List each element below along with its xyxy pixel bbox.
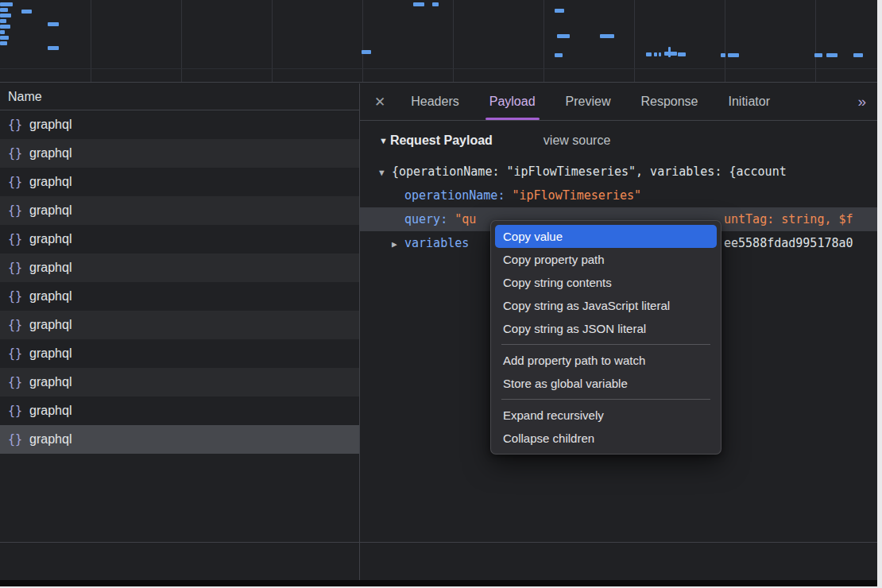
request-name: graphql [29, 404, 72, 418]
request-name: graphql [29, 261, 72, 275]
json-braces-icon: {} [8, 118, 22, 132]
variables-preview-right: ee5588fdad995178a0 [724, 231, 853, 255]
menu-item-copy-property-path[interactable]: Copy property path [495, 248, 717, 271]
request-list-panel: Name {}graphql{}graphql{}graphql{}graphq… [0, 83, 360, 580]
menu-item-copy-value[interactable]: Copy value [495, 225, 717, 248]
network-request-row[interactable]: {}graphql [0, 368, 359, 397]
timeline-request-bar [728, 53, 739, 57]
json-braces-icon: {} [8, 404, 22, 418]
timeline-gridline [453, 0, 454, 82]
menu-item-copy-string-as-json-literal[interactable]: Copy string as JSON literal [495, 317, 717, 340]
expander-icon[interactable]: ▼ [379, 161, 392, 185]
context-menu: Copy valueCopy property pathCopy string … [490, 220, 721, 455]
request-payload-section-header[interactable]: ▼ Request Payload view source [360, 121, 877, 160]
timeline-request-bar [48, 46, 59, 50]
timeline-request-bar [0, 19, 6, 23]
timeline-request-bar [413, 2, 424, 6]
json-braces-icon: {} [8, 432, 22, 447]
network-request-row[interactable]: {}graphql [0, 397, 359, 425]
menu-item-copy-string-as-javascript-literal[interactable]: Copy string as JavaScript literal [495, 294, 717, 317]
timeline-request-bar [668, 47, 671, 57]
network-request-row[interactable]: {}graphql [0, 282, 359, 311]
json-braces-icon: {} [8, 146, 22, 161]
timeline-request-bar [721, 53, 725, 57]
timeline-request-bar [362, 50, 371, 54]
tab-payload[interactable]: Payload [474, 83, 551, 120]
payload-operationname-row[interactable]: operationName: "ipFlowTimeseries" [360, 184, 877, 207]
menu-item-add-property-path-to-watch[interactable]: Add property path to watch [495, 349, 717, 372]
request-name: graphql [29, 375, 72, 389]
tab-preview[interactable]: Preview [551, 83, 626, 120]
timeline-gridline [272, 0, 273, 82]
request-name: graphql [29, 203, 72, 218]
timeline-request-bar [0, 2, 13, 6]
name-column-label: Name [8, 90, 42, 104]
timeline-gridline [544, 0, 544, 82]
property-key: variables [404, 236, 469, 250]
timeline-request-bar [0, 25, 10, 29]
devtools-window: Name {}graphql{}graphql{}graphql{}graphq… [0, 0, 877, 586]
json-braces-icon: {} [8, 375, 22, 389]
timeline-request-bar [432, 2, 439, 6]
expander-icon[interactable]: ▶ [392, 233, 404, 257]
root-preview-text: {operationName: "ipFlowTimeseries", vari… [392, 164, 787, 179]
timeline-request-bar [654, 52, 657, 56]
timeline-gridline [91, 0, 91, 82]
timeline-horizontal-gridline [0, 68, 877, 69]
menu-item-copy-string-contents[interactable]: Copy string contents [495, 271, 717, 294]
network-request-row[interactable]: {}graphql [0, 311, 359, 339]
menu-separator [501, 344, 710, 345]
property-key: operationName: [404, 188, 505, 203]
json-braces-icon: {} [8, 318, 22, 332]
timeline-gridline [362, 0, 363, 82]
menu-item-collapse-children[interactable]: Collapse children [495, 427, 717, 450]
more-tabs-icon[interactable]: » [857, 93, 865, 110]
network-request-row[interactable]: {}graphql [0, 339, 359, 368]
view-source-link[interactable]: view source [544, 133, 610, 148]
network-request-row[interactable]: {}graphql [0, 110, 359, 139]
timeline-request-bar [21, 10, 32, 14]
menu-separator [501, 399, 710, 400]
timeline-request-bar [0, 14, 11, 17]
footer-divider [0, 542, 877, 543]
request-name: graphql [29, 346, 72, 361]
menu-item-expand-recursively[interactable]: Expand recursively [495, 404, 717, 427]
timeline-request-bar [659, 52, 661, 56]
window-bottom-edge [0, 580, 877, 586]
network-request-row[interactable]: {}graphql [0, 253, 359, 282]
tab-response[interactable]: Response [625, 83, 713, 120]
section-title: Request Payload [390, 133, 493, 148]
detail-tabs: HeadersPayloadPreviewResponseInitiator [396, 83, 785, 120]
payload-root-row[interactable]: ▼{operationName: "ipFlowTimeseries", var… [360, 160, 877, 184]
network-request-row[interactable]: {}graphql [0, 196, 359, 225]
tab-initiator[interactable]: Initiator [714, 83, 785, 120]
timeline-request-bar [646, 52, 652, 56]
name-column-header[interactable]: Name [0, 83, 359, 110]
timeline-gridline [181, 0, 182, 82]
close-icon[interactable]: ✕ [374, 94, 385, 110]
request-name: graphql [29, 289, 72, 304]
json-braces-icon: {} [8, 203, 22, 218]
menu-item-store-as-global-variable[interactable]: Store as global variable [495, 372, 717, 395]
timeline-request-bar [600, 34, 614, 38]
timeline-request-bar [0, 8, 8, 12]
network-request-row[interactable]: {}graphql [0, 225, 359, 253]
tab-headers[interactable]: Headers [396, 83, 474, 120]
network-request-row[interactable]: {}graphql [0, 139, 359, 168]
network-request-row[interactable]: {}graphql [0, 168, 359, 196]
request-name: graphql [29, 432, 72, 447]
json-braces-icon: {} [8, 232, 22, 246]
timeline-request-bar [678, 52, 686, 56]
timeline-gridline [634, 0, 635, 82]
section-expander-icon[interactable]: ▼ [379, 136, 388, 145]
property-key: query: [404, 212, 447, 226]
network-overview-strip[interactable] [0, 0, 877, 83]
timeline-gridline [815, 0, 816, 82]
timeline-gridline [725, 0, 725, 82]
property-value: "ipFlowTimeseries" [512, 188, 641, 203]
timeline-request-bar [0, 41, 7, 45]
timeline-request-bar [0, 36, 9, 40]
json-braces-icon: {} [8, 175, 22, 189]
property-value-right: untTag: string, $f [724, 207, 853, 231]
network-request-row[interactable]: {}graphql [0, 425, 359, 454]
